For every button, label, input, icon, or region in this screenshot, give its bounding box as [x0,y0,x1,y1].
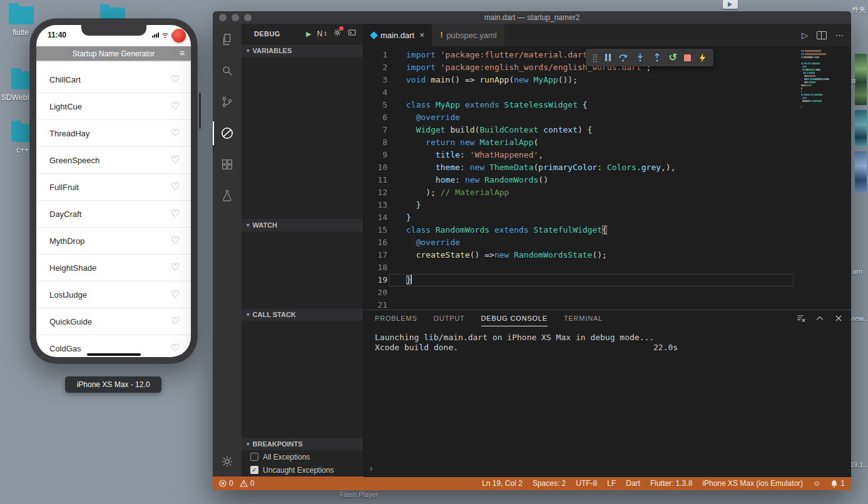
list-icon[interactable]: ≡ [180,48,185,58]
heart-icon[interactable]: ♡ [171,128,180,138]
status-flutter-version[interactable]: Flutter: 1.3.8 [650,479,692,488]
iphone-simulator-window[interactable]: 11:40 Startup Name Generator ≡ ChillCart… [30,19,197,363]
status-language-mode[interactable]: Dart [626,479,640,488]
status-cursor-position[interactable]: Ln 19, Col 2 [482,479,523,488]
code-line[interactable]: } [389,199,794,211]
code-line[interactable]: void main() => runApp(new MyApp()); [389,74,794,86]
traffic-lights[interactable] [219,14,252,21]
list-item[interactable]: DayCraft♡ [36,201,191,228]
code-line[interactable]: return new MaterialApp( [389,136,794,149]
code-line[interactable]: } [389,211,794,224]
search-icon[interactable] [213,55,242,86]
home-indicator[interactable] [87,353,141,356]
error-count[interactable]: 0 [219,479,233,488]
panel-tab-terminal[interactable]: TERMINAL [564,311,603,326]
debug-icon[interactable] [213,118,242,149]
console-prompt-icon[interactable]: › [370,463,373,473]
close-panel-icon[interactable] [834,313,844,323]
status-device[interactable]: iPhone XS Max (ios Emulator) [702,479,803,488]
heart-icon[interactable]: ♡ [171,290,180,300]
vscode-window[interactable]: main.dart — startup_namer2 [213,11,851,490]
list-item[interactable]: FullFruit♡ [36,174,191,201]
status-indentation[interactable]: Spaces: 2 [533,479,566,488]
name-list[interactable]: ChillCart♡LightCue♡ThreadHay♡GreenSpeech… [36,61,191,357]
list-item[interactable]: HeightShade♡ [36,255,191,281]
code-line[interactable]: theme: new ThemeData(primaryColor: Color… [389,161,794,174]
debug-settings-gear-icon[interactable] [333,28,342,39]
list-item[interactable]: ChillCart♡ [36,66,191,93]
code-line[interactable] [389,299,794,310]
feedback-smiley-icon[interactable]: ☺ [813,479,820,488]
checkbox[interactable]: ✓ [250,466,258,474]
title-bar[interactable]: main.dart — startup_namer2 [213,11,851,24]
extensions-icon[interactable] [213,149,242,180]
panel-tab-problems[interactable]: PROBLEMS [375,311,417,326]
split-editor-icon[interactable] [817,31,827,39]
breakpoint-row[interactable]: ✓Uncaught Exceptions [242,463,363,476]
step-into-button[interactable] [635,53,645,63]
status-eol[interactable]: LF [607,479,616,488]
code-line[interactable]: class RandomWords extends StatefulWidget… [389,224,794,236]
tab-pubspec-yaml[interactable]: ! pubspec.yaml [432,24,504,46]
start-debug-button[interactable]: ▶ [306,30,311,38]
restart-button[interactable]: ↺ [669,53,677,63]
code-line[interactable]: createState() =>new RandomWordsState(); [389,249,794,261]
panel-tab-debug-console[interactable]: DEBUG CONSOLE [481,310,548,326]
section-variables[interactable]: ▾ VARIABLES [242,44,363,57]
panel-tab-output[interactable]: OUTPUT [434,311,465,326]
debug-console-icon[interactable] [347,28,357,39]
source-control-icon[interactable] [213,86,242,118]
drag-grip-icon[interactable]: ⣿ [592,53,598,63]
clear-console-icon[interactable] [796,313,806,323]
collapse-panel-icon[interactable] [815,313,825,323]
code-line[interactable]: } [389,274,794,286]
tab-main-dart[interactable]: main.dart × [364,24,432,46]
desktop-folder[interactable] [9,6,34,24]
heart-icon[interactable]: ♡ [171,343,180,353]
heart-icon[interactable]: ♡ [171,182,180,192]
code-line[interactable]: @override [389,111,794,124]
stop-button[interactable] [684,54,691,61]
status-encoding[interactable]: UTF-8 [576,479,597,488]
code-line[interactable]: home: new RandomWords() [389,174,794,186]
heart-icon[interactable]: ♡ [171,209,180,219]
more-actions-icon[interactable]: ⋯ [835,31,844,40]
hot-reload-bolt-icon[interactable] [698,53,707,63]
code-line[interactable]: class MyApp extends StatelessWidget { [389,99,794,111]
pause-button[interactable] [605,54,611,61]
test-beaker-icon[interactable] [213,180,242,211]
explorer-icon[interactable] [213,24,242,55]
heart-icon[interactable]: ♡ [171,155,180,165]
list-item[interactable]: ThreadHay♡ [36,120,191,147]
code-line[interactable] [389,86,794,99]
code-editor[interactable]: ⣿ ↺ 123456789101112131415161718192021 im… [364,46,851,310]
heart-icon[interactable]: ♡ [171,263,180,273]
notifications-bell[interactable]: 1 [830,479,845,488]
list-item[interactable]: MythDrop♡ [36,228,191,255]
list-item[interactable]: GreenSpeech♡ [36,147,191,174]
settings-gear-icon[interactable] [213,446,242,476]
close-tab-icon[interactable]: × [419,30,424,40]
step-out-button[interactable] [652,53,662,63]
code-line[interactable] [389,286,794,299]
list-item[interactable]: LightCue♡ [36,93,191,120]
step-over-button[interactable] [618,53,628,63]
code-line[interactable]: Widget build(BuildContext context) { [389,124,794,136]
breakpoint-row[interactable]: All Exceptions [242,450,363,463]
run-icon[interactable]: ▷ [802,31,808,40]
heart-icon[interactable]: ♡ [171,74,180,84]
heart-icon[interactable]: ♡ [171,316,180,326]
list-item[interactable]: QuickGuide♡ [36,308,191,335]
debug-config-dropdown[interactable]: N ▲▼ [317,29,327,38]
list-item[interactable]: LostJudge♡ [36,281,191,308]
section-call-stack[interactable]: ▾ CALL STACK [242,308,363,321]
code-line[interactable] [389,261,794,274]
scrollbar[interactable] [842,46,851,310]
code-line[interactable]: @override [389,236,794,249]
checkbox[interactable] [250,453,258,461]
warning-count[interactable]: 0 [240,479,255,488]
minimap[interactable] [801,50,841,116]
code-line[interactable]: title: 'WhatHappened', [389,149,794,161]
heart-icon[interactable]: ♡ [171,101,180,111]
section-watch[interactable]: ▾ WATCH [242,218,363,231]
